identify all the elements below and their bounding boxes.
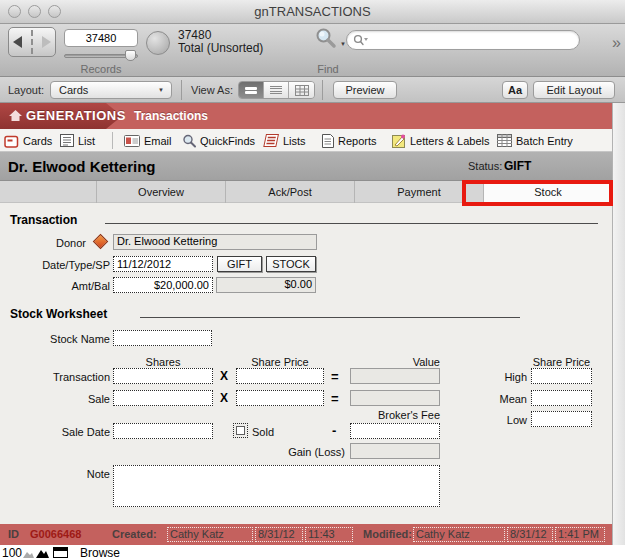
table-view-button[interactable] <box>289 82 314 98</box>
modified-date-field[interactable]: 8/31/12 <box>507 527 553 542</box>
window-bottom-bar: 100 Browse <box>0 545 625 560</box>
nav-item-label: Cards <box>23 135 52 147</box>
brand-name[interactable]: GENERATIONS <box>26 103 126 129</box>
amt-bal-label: Amt/Bal <box>40 280 110 292</box>
section-rule <box>105 223 598 224</box>
donor-lookup-diamond-icon[interactable] <box>93 234 109 250</box>
tab-overview[interactable]: Overview <box>96 181 225 203</box>
layout-select[interactable]: Cards ▼ <box>50 81 172 99</box>
zoom-in-icon[interactable] <box>36 547 49 558</box>
found-set-pie-icon[interactable] <box>146 31 170 55</box>
note-field[interactable] <box>113 465 440 507</box>
stock-panel: Transaction Donor Dr. Elwood Kettering D… <box>0 203 612 524</box>
nav-item-label: List <box>78 135 95 147</box>
low-label: Low <box>487 414 527 426</box>
total-caption: Total (Unsorted) <box>178 42 263 55</box>
date-field[interactable] <box>113 256 213 272</box>
mean-share-price-field[interactable] <box>531 390 592 406</box>
title-bar: gnTRANSACTIONS <box>0 0 625 24</box>
edit-layout-button[interactable]: Edit Layout <box>533 81 615 99</box>
nav-item-label: Letters & Labels <box>410 135 490 147</box>
nav-item-label: Reports <box>338 135 377 147</box>
donor-field[interactable]: Dr. Elwood Kettering <box>113 234 317 250</box>
close-window-icon[interactable] <box>8 5 21 18</box>
sold-checkbox[interactable] <box>233 423 248 438</box>
status-label: Status: <box>468 152 502 181</box>
zoom-out-icon[interactable] <box>23 549 34 558</box>
equals-sign: = <box>331 391 339 406</box>
nav-item-list[interactable]: List <box>60 129 95 152</box>
col-share-price-header: Share Price <box>236 356 324 368</box>
col-value-header: Value <box>350 356 440 368</box>
stock-tab-highlight-annotation <box>462 180 613 206</box>
nav-item-letters-labels[interactable]: Letters & Labels <box>392 129 490 152</box>
minimize-window-icon[interactable] <box>28 5 41 18</box>
status-toolbar-toggle-icon[interactable] <box>53 547 68 558</box>
multiply-sign: X <box>220 391 228 405</box>
gain-loss-label: Gain (Loss) <box>245 446 345 458</box>
amount-field[interactable] <box>113 277 213 293</box>
form-view-button[interactable] <box>239 82 264 98</box>
brokers-fee-field[interactable] <box>350 423 440 439</box>
quick-find-input[interactable] <box>369 32 579 48</box>
table-view-icon <box>295 85 309 96</box>
toolbar-overflow-chevron[interactable]: » <box>612 34 619 52</box>
created-by-field[interactable]: Cathy Katz <box>167 527 253 542</box>
window-title: gnTRANSACTIONS <box>0 0 625 24</box>
type-gift-button[interactable]: GIFT <box>217 256 262 272</box>
sale-date-field[interactable] <box>113 423 213 439</box>
stock-name-field[interactable] <box>113 330 212 346</box>
created-time-field[interactable]: 11:43 <box>305 527 353 542</box>
current-record-input[interactable] <box>64 29 138 47</box>
nav-item-quickfinds[interactable]: QuickFinds <box>182 129 255 152</box>
mean-label: Mean <box>487 393 527 405</box>
nav-item-batch-entry[interactable]: Batch Entry <box>497 129 573 152</box>
quick-find-field[interactable] <box>346 30 580 50</box>
balance-field[interactable]: $0.00 <box>216 277 316 293</box>
donor-label: Donor <box>36 237 86 249</box>
mode-selector[interactable]: Browse <box>80 546 120 560</box>
find-label: Find <box>306 63 350 75</box>
nav-item-reports[interactable]: Reports <box>322 129 377 152</box>
sale-value-field[interactable] <box>350 390 440 406</box>
low-share-price-field[interactable] <box>531 411 592 427</box>
nav-item-cards[interactable]: Cards <box>4 129 52 152</box>
cards-icon <box>4 134 19 148</box>
form-view-icon <box>245 86 257 95</box>
transaction-share-price-field[interactable] <box>236 368 324 384</box>
transaction-value-field[interactable] <box>350 368 440 384</box>
modified-time-field[interactable]: 1:41 PM <box>555 527 605 542</box>
find-dropdown-caret-icon[interactable]: ▼ <box>340 41 346 47</box>
layout-select-value: Cards <box>59 84 88 96</box>
nav-item-email[interactable]: Email <box>124 129 172 152</box>
email-icon <box>124 135 140 147</box>
sold-checkbox-box[interactable] <box>236 426 245 435</box>
gain-loss-field[interactable] <box>350 443 440 459</box>
vertical-scrollbar[interactable] <box>612 103 625 545</box>
zoom-level[interactable]: 100 <box>2 546 22 560</box>
nav-item-lists[interactable]: Lists <box>262 129 306 152</box>
id-value: G0066468 <box>30 528 81 540</box>
zoom-window-icon[interactable] <box>48 5 61 18</box>
text-formatting-button[interactable]: Aa <box>502 81 528 99</box>
list-view-button[interactable] <box>264 82 289 98</box>
sale-shares-field[interactable] <box>113 390 213 406</box>
search-icon[interactable] <box>353 34 369 46</box>
preview-button[interactable]: Preview <box>333 81 397 99</box>
sale-share-price-field[interactable] <box>236 390 324 406</box>
record-slider-thumb[interactable] <box>125 50 136 61</box>
find-button[interactable]: ▼ <box>314 27 348 53</box>
tab-ack-post[interactable]: Ack/Post <box>225 181 354 203</box>
transaction-shares-field[interactable] <box>113 368 213 384</box>
previous-record-arrow-icon[interactable] <box>13 36 22 48</box>
sp-stock-button[interactable]: STOCK <box>266 256 316 272</box>
high-share-price-field[interactable] <box>531 368 592 384</box>
modified-by-field[interactable]: Cathy Katz <box>413 527 505 542</box>
sale-row-label: Sale <box>30 393 110 405</box>
record-slider[interactable] <box>64 52 138 60</box>
next-record-arrow-icon[interactable] <box>42 36 51 48</box>
lists-icon <box>262 134 279 147</box>
created-label: Created: <box>112 528 157 540</box>
created-date-field[interactable]: 8/31/12 <box>255 527 303 542</box>
record-navigation[interactable] <box>8 27 56 57</box>
